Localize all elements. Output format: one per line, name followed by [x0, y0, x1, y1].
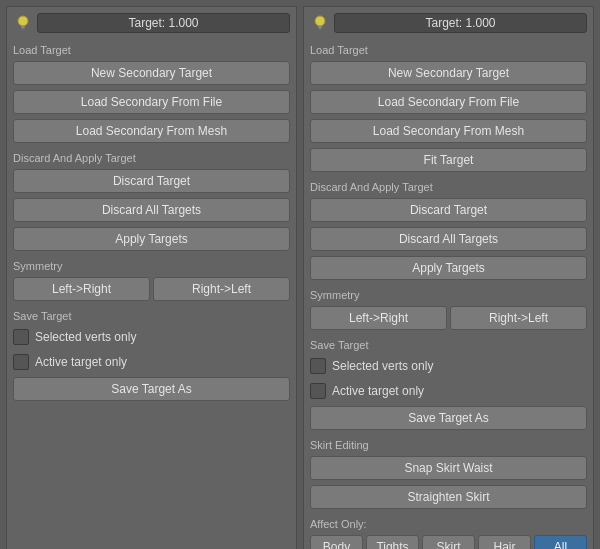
affect-btn-all[interactable]: All	[534, 535, 587, 549]
svg-point-3	[315, 16, 325, 26]
bulb-icon-right	[310, 13, 330, 33]
header-right: Target: 1.000	[310, 13, 587, 33]
save-target-as-btn-right[interactable]: Save Target As	[310, 406, 587, 430]
selected-verts-row-right: Selected verts only	[310, 356, 587, 376]
affect-btn-body[interactable]: Body	[310, 535, 363, 549]
active-target-checkbox-left[interactable]	[13, 354, 29, 370]
discard-target-btn-right[interactable]: Discard Target	[310, 198, 587, 222]
discard-all-btn-right[interactable]: Discard All Targets	[310, 227, 587, 251]
load-target-label-right: Load Target	[310, 44, 587, 56]
active-target-label-right: Active target only	[332, 384, 424, 398]
straighten-skirt-btn[interactable]: Straighten Skirt	[310, 485, 587, 509]
affect-only-label: Affect Only:	[310, 518, 587, 530]
skirt-editing-label: Skirt Editing	[310, 439, 587, 451]
left-right-btn-left[interactable]: Left->Right	[13, 277, 150, 301]
affect-btn-skirt[interactable]: Skirt	[422, 535, 475, 549]
panel-left: Target: 1.000 Load Target New Secondary …	[6, 6, 297, 549]
new-secondary-btn-left[interactable]: New Secondary Target	[13, 61, 290, 85]
discard-all-btn-left[interactable]: Discard All Targets	[13, 198, 290, 222]
apply-targets-btn-left[interactable]: Apply Targets	[13, 227, 290, 251]
svg-rect-5	[319, 28, 322, 30]
target-bar-left: Target: 1.000	[37, 13, 290, 33]
save-target-label-right: Save Target	[310, 339, 587, 351]
symmetry-label-left: Symmetry	[13, 260, 290, 272]
svg-rect-1	[21, 26, 25, 28]
active-target-checkbox-right[interactable]	[310, 383, 326, 399]
selected-verts-label-left: Selected verts only	[35, 330, 136, 344]
snap-skirt-btn[interactable]: Snap Skirt Waist	[310, 456, 587, 480]
panel-right: Target: 1.000 Load Target New Secondary …	[303, 6, 594, 549]
active-target-label-left: Active target only	[35, 355, 127, 369]
affect-btn-hair[interactable]: Hair	[478, 535, 531, 549]
new-secondary-btn-right[interactable]: New Secondary Target	[310, 61, 587, 85]
discard-apply-label-right: Discard And Apply Target	[310, 181, 587, 193]
symmetry-row-left: Left->Right Right->Left	[13, 277, 290, 301]
discard-apply-label-left: Discard And Apply Target	[13, 152, 290, 164]
apply-targets-btn-right[interactable]: Apply Targets	[310, 256, 587, 280]
left-right-btn-right[interactable]: Left->Right	[310, 306, 447, 330]
load-secondary-file-btn-right[interactable]: Load Secondary From File	[310, 90, 587, 114]
selected-verts-checkbox-right[interactable]	[310, 358, 326, 374]
load-target-label-left: Load Target	[13, 44, 290, 56]
load-secondary-mesh-btn-left[interactable]: Load Secondary From Mesh	[13, 119, 290, 143]
active-target-row-left: Active target only	[13, 352, 290, 372]
header-left: Target: 1.000	[13, 13, 290, 33]
right-left-btn-left[interactable]: Right->Left	[153, 277, 290, 301]
svg-rect-2	[22, 28, 25, 30]
save-target-as-btn-left[interactable]: Save Target As	[13, 377, 290, 401]
affect-only-row: BodyTightsSkirtHairAll	[310, 535, 587, 549]
affect-btn-tights[interactable]: Tights	[366, 535, 419, 549]
symmetry-label-right: Symmetry	[310, 289, 587, 301]
load-secondary-mesh-btn-right[interactable]: Load Secondary From Mesh	[310, 119, 587, 143]
load-secondary-file-btn-left[interactable]: Load Secondary From File	[13, 90, 290, 114]
symmetry-row-right: Left->Right Right->Left	[310, 306, 587, 330]
discard-target-btn-left[interactable]: Discard Target	[13, 169, 290, 193]
selected-verts-checkbox-left[interactable]	[13, 329, 29, 345]
selected-verts-label-right: Selected verts only	[332, 359, 433, 373]
fit-target-btn-right[interactable]: Fit Target	[310, 148, 587, 172]
target-bar-right: Target: 1.000	[334, 13, 587, 33]
bulb-icon-left	[13, 13, 33, 33]
active-target-row-right: Active target only	[310, 381, 587, 401]
save-target-label-left: Save Target	[13, 310, 290, 322]
selected-verts-row-left: Selected verts only	[13, 327, 290, 347]
svg-rect-4	[318, 26, 322, 28]
right-left-btn-right[interactable]: Right->Left	[450, 306, 587, 330]
svg-point-0	[18, 16, 28, 26]
